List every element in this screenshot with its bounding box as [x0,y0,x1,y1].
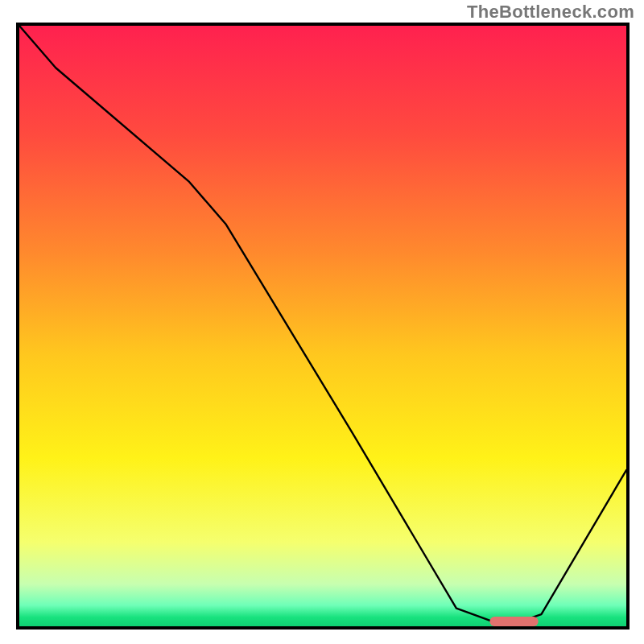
chart-svg [19,26,626,626]
optimal-range-marker [489,617,538,626]
chart-area [19,26,626,626]
watermark-text: TheBottleneck.com [467,2,634,23]
chart-frame [16,23,630,630]
chart-background [19,26,626,626]
